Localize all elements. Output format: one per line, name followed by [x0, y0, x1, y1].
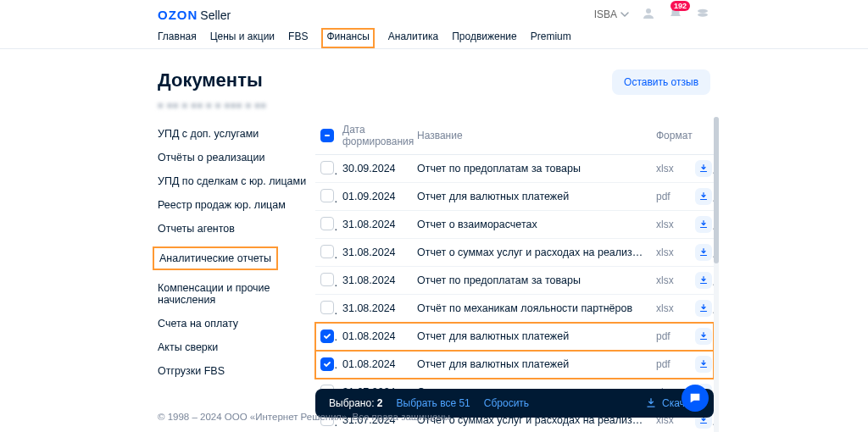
table-row: 01.08.2024Отчет для валютных платежейpdf	[315, 323, 714, 351]
chevron-down-icon	[620, 10, 629, 19]
nav-item-3[interactable]: Финансы	[321, 28, 374, 48]
breadcrumb-blurred: ■ ■■ ■ ■■ ■ ■ ■■■ ■ ■■	[0, 98, 868, 117]
row-checkbox[interactable]	[320, 217, 334, 230]
table-row: 01.08.2024Отчет для валютных платежейpdf	[315, 351, 714, 379]
feedback-button[interactable]: Оставить отзыв	[612, 69, 710, 95]
row-format: pdf	[651, 323, 690, 351]
svg-point-2	[698, 13, 708, 17]
row-date: 31.08.2024	[337, 211, 412, 239]
scrollbar[interactable]	[714, 117, 719, 432]
sidebar-item-1[interactable]: Отчёты о реализации	[158, 146, 307, 169]
reset-selection-link[interactable]: Сбросить	[484, 397, 529, 409]
nav-item-5[interactable]: Продвижение	[452, 30, 517, 48]
row-checkbox[interactable]	[320, 161, 334, 174]
row-checkbox[interactable]	[320, 357, 334, 371]
sidebar-item-9[interactable]: Отгрузки FBS	[158, 359, 307, 383]
row-format: xlsx	[651, 239, 690, 267]
sidebar: УПД с доп. услугамиОтчёты о реализацииУП…	[158, 117, 307, 432]
notification-badge: 192	[670, 1, 690, 11]
download-button[interactable]	[695, 160, 712, 177]
download-button[interactable]	[695, 244, 712, 261]
chat-icon	[688, 391, 702, 405]
chat-fab[interactable]	[682, 385, 709, 412]
row-checkbox[interactable]	[320, 189, 334, 202]
selection-count: Выбрано: 2	[329, 397, 383, 409]
documents-table: Дата формирования Название Формат 30.09.…	[315, 117, 714, 432]
row-format: xlsx	[651, 267, 690, 295]
nav-item-2[interactable]: FBS	[288, 30, 308, 48]
user-label: ISBA	[594, 8, 617, 20]
nav-item-0[interactable]: Главная	[158, 30, 197, 48]
page-title: Документы	[158, 69, 263, 91]
profile-icon[interactable]	[641, 6, 656, 24]
row-date: 01.09.2024	[337, 183, 412, 211]
row-title: Отчет о взаиморасчетах	[412, 211, 651, 239]
table-row: 31.08.2024Отчет о суммах услуг и расхода…	[315, 239, 714, 267]
table-row: 30.09.2024Отчет по предоплатам за товары…	[315, 155, 714, 183]
table-row: 31.08.2024Отчёт по механикам лояльности …	[315, 295, 714, 323]
col-title-header[interactable]: Название	[412, 117, 651, 155]
sidebar-item-4[interactable]: Отчеты агентов	[158, 217, 307, 241]
row-format: pdf	[651, 351, 690, 379]
sidebar-item-5[interactable]: Аналитические отчеты	[158, 241, 307, 276]
sidebar-item-7[interactable]: Счета на оплату	[158, 312, 307, 335]
logo-ozon: OZON	[158, 8, 198, 22]
row-title: Отчет о суммах услуг и расходах на реали…	[412, 239, 651, 267]
row-title: Отчет для валютных платежей	[412, 323, 651, 351]
sidebar-item-3[interactable]: Реестр продаж юр. лицам	[158, 193, 307, 217]
download-button[interactable]	[695, 300, 712, 317]
main-nav: ГлавнаяЦены и акцииFBSФинансыАналитикаПр…	[0, 24, 868, 49]
download-button[interactable]	[695, 272, 712, 289]
logo-seller: Seller	[200, 8, 231, 22]
sidebar-item-8[interactable]: Акты сверки	[158, 335, 307, 359]
svg-point-1	[698, 8, 708, 13]
nav-item-1[interactable]: Цены и акции	[210, 30, 275, 48]
row-date: 01.08.2024	[337, 351, 412, 379]
apps-icon[interactable]	[695, 6, 710, 24]
row-format: xlsx	[651, 295, 690, 323]
nav-item-6[interactable]: Premium	[531, 30, 571, 48]
row-title: Отчет для валютных платежей	[412, 183, 651, 211]
row-date: 30.09.2024	[337, 155, 412, 183]
download-button[interactable]	[695, 216, 712, 233]
sidebar-item-0[interactable]: УПД с доп. услугами	[158, 122, 307, 146]
row-format: xlsx	[651, 155, 690, 183]
select-all-checkbox[interactable]	[320, 129, 334, 142]
sidebar-item-2[interactable]: УПД по сделкам с юр. лицами	[158, 169, 307, 193]
svg-rect-3	[325, 135, 330, 136]
row-checkbox[interactable]	[320, 330, 334, 343]
row-format: pdf	[651, 183, 690, 211]
footer-text: © 1998 – 2024 ООО «Интернет Решения». Вс…	[158, 412, 450, 422]
row-date: 31.08.2024	[337, 239, 412, 267]
row-date: 31.08.2024	[337, 267, 412, 295]
download-button[interactable]	[695, 188, 712, 205]
row-checkbox[interactable]	[320, 245, 334, 258]
row-title: Отчет по предоплатам за товары	[412, 155, 651, 183]
scrollbar-thumb[interactable]	[714, 117, 719, 263]
row-title: Отчёт по механикам лояльности партнёров	[412, 295, 651, 323]
select-all-link[interactable]: Выбрать все 51	[397, 397, 470, 409]
table-row: 31.08.2024Отчет о взаиморасчетахxlsx	[315, 211, 714, 239]
download-button[interactable]	[695, 328, 712, 345]
row-title: Отчет по предоплатам за товары	[412, 267, 651, 295]
nav-item-4[interactable]: Аналитика	[388, 30, 438, 48]
col-date-header[interactable]: Дата формирования	[337, 117, 412, 155]
download-icon	[645, 397, 657, 409]
table-row: 01.09.2024Отчет для валютных платежейpdf	[315, 183, 714, 211]
row-checkbox[interactable]	[320, 301, 334, 314]
sidebar-item-6[interactable]: Компенсации и прочие начисления	[158, 276, 307, 312]
col-format-header[interactable]: Формат	[651, 117, 690, 155]
download-button[interactable]	[695, 356, 712, 373]
row-date: 31.08.2024	[337, 295, 412, 323]
notifications-icon[interactable]: 192	[668, 6, 683, 24]
user-menu[interactable]: ISBA	[594, 8, 629, 20]
row-date: 01.08.2024	[337, 323, 412, 351]
svg-point-0	[646, 8, 651, 14]
logo[interactable]: OZON Seller	[158, 8, 231, 22]
table-row: 31.08.2024Отчет по предоплатам за товары…	[315, 267, 714, 295]
row-checkbox[interactable]	[320, 273, 334, 286]
row-title: Отчет для валютных платежей	[412, 351, 651, 379]
row-format: xlsx	[651, 211, 690, 239]
